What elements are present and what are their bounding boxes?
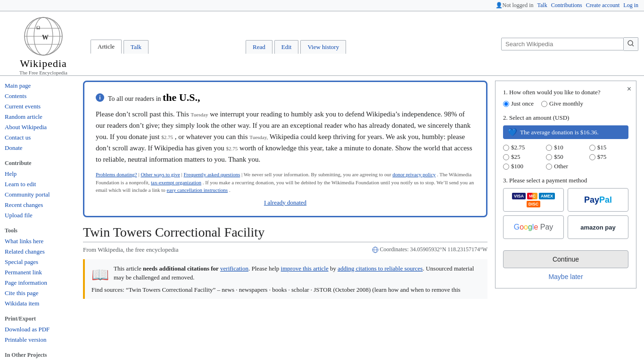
tab-view-history[interactable]: View history [300, 40, 346, 54]
amount-grid: $2.75$10$15$25$50$75$100Other [503, 144, 628, 170]
maybe-later-button[interactable]: Maybe later [503, 273, 628, 280]
globe-small-icon [372, 247, 379, 253]
amount-radio-6[interactable] [503, 164, 509, 170]
amount-radio-5[interactable] [589, 154, 595, 160]
sidebar-item-learn-edit[interactable]: Learn to edit [0, 179, 75, 189]
amount-radio-7[interactable] [546, 164, 552, 170]
log-in-link[interactable]: Log in [623, 2, 638, 9]
cancellation-link[interactable]: easy cancellation instructions [167, 187, 228, 193]
amount-label-2[interactable]: $15 [589, 144, 628, 151]
discover-badge: DISC [527, 201, 541, 207]
article-area: i To all our readers in the U.S., Please… [83, 81, 487, 304]
sidebar-item-related-changes[interactable]: Related changes [0, 247, 75, 257]
from-wikipedia: Coordinates: 34.05905932°N 118.23157174°… [83, 246, 487, 254]
amount-radio-0[interactable] [503, 145, 509, 151]
sidebar-print: Print/export Download as PDFPrintable ve… [0, 313, 75, 345]
intro-large: the U.S., [163, 91, 200, 103]
donation-banner-body: Please don’t scroll past this. This Tues… [96, 108, 475, 165]
sidebar-item-permanent-link[interactable]: Permanent link [0, 267, 75, 278]
adding-citations-link[interactable]: adding citations to reliable sources [338, 265, 423, 272]
amount-label-3[interactable]: $25 [503, 153, 542, 161]
sidebar-navigation: Main pageContentsCurrent eventsRandom ar… [0, 81, 75, 153]
header: Ω W Wikipedia The Free Encyclopedia Arti… [0, 11, 644, 76]
donation-step-2: 2. Select an amount (USD) 💙 The average … [503, 114, 628, 170]
sidebar-item-main-page[interactable]: Main page [0, 81, 75, 91]
logo[interactable]: Ω W Wikipedia The Free Encyclopedia [6, 15, 81, 75]
sidebar-item-wikidata[interactable]: Wikidata item [0, 298, 75, 309]
coordinates: Coordinates: 34.05905932°N 118.23157174°… [372, 246, 487, 253]
sidebar-item-community-portal[interactable]: Community portal [0, 189, 75, 200]
tab-read[interactable]: Read [246, 40, 272, 54]
sidebar-item-download-pdf[interactable]: Download as PDF [0, 324, 75, 335]
sidebar-other: In other projects Wikimedia Commons [0, 350, 75, 362]
other-title: In other projects [0, 350, 75, 361]
tab-article[interactable]: Article [91, 40, 122, 54]
amount-label-5[interactable]: $75 [589, 153, 628, 161]
svg-line-9 [632, 45, 634, 46]
amount-radio-2[interactable] [589, 145, 595, 151]
logo-subtitle: The Free Encyclopedia [19, 70, 67, 75]
sidebar-item-recent-changes[interactable]: Recent changes [0, 200, 75, 210]
sidebar-item-what-links[interactable]: What links here [0, 236, 75, 247]
average-donation: 💙 The average donation is $16.36. [503, 125, 628, 139]
amount-label-7[interactable]: Other [546, 163, 585, 170]
amount-radio-4[interactable] [546, 154, 552, 160]
sidebar-item-donate[interactable]: Donate [0, 143, 75, 153]
give-monthly-radio[interactable] [541, 101, 547, 107]
search-button[interactable] [624, 37, 638, 51]
amazon-pay-text: amazon pay [580, 224, 615, 231]
user-icon: 👤 [495, 2, 503, 9]
tab-talk[interactable]: Talk [124, 40, 149, 54]
verification-link[interactable]: verification [220, 265, 248, 272]
intro-prefix: To all our readers in [108, 95, 161, 102]
paypal-button[interactable]: PayPal [568, 188, 628, 212]
talk-link[interactable]: Talk [537, 2, 547, 9]
amount-label-0[interactable]: $2.75 [503, 144, 542, 151]
sidebar-item-random-article[interactable]: Random article [0, 112, 75, 122]
amex-badge: AMEX [539, 193, 555, 199]
logo-title: Wikipedia [20, 58, 67, 70]
sidebar-item-contents[interactable]: Contents [0, 91, 75, 101]
sidebar-tools: Tools What links hereRelated changesSpec… [0, 225, 75, 309]
amount-label-6[interactable]: $100 [503, 163, 542, 170]
donation-step-3: 3. Please select a payment method VISA M… [503, 177, 628, 239]
sidebar-item-page-info[interactable]: Page information [0, 278, 75, 288]
search-input[interactable] [501, 38, 624, 50]
sidebar-item-help[interactable]: Help [0, 169, 75, 179]
other-ways-link[interactable]: Other ways to give [140, 172, 180, 177]
gpay-button[interactable]: Google Pay [503, 215, 564, 239]
amazon-pay-button[interactable]: amazon pay [568, 215, 628, 239]
privacy-policy-link[interactable]: donor privacy policy [392, 172, 436, 177]
amount-label-4[interactable]: $50 [546, 153, 585, 161]
amount-radio-3[interactable] [503, 154, 509, 160]
sidebar-tools-items: What links hereRelated changesSpecial pa… [0, 236, 75, 309]
give-monthly-label[interactable]: Give monthly [541, 100, 583, 107]
sidebar-print-items: Download as PDFPrintable version [0, 324, 75, 345]
continue-button[interactable]: Continue [503, 250, 628, 268]
amount-radio-1[interactable] [546, 145, 552, 151]
sidebar-item-special-pages[interactable]: Special pages [0, 257, 75, 267]
top-bar: 👤 Not logged in Talk Contributions Creat… [0, 0, 644, 11]
sidebar-item-printable[interactable]: Printable version [0, 335, 75, 345]
tax-exempt-link[interactable]: tax-exempt organization [151, 180, 201, 185]
svg-point-8 [628, 41, 633, 45]
create-account-link[interactable]: Create account [586, 2, 620, 9]
sidebar-item-contact[interactable]: Contact us [0, 132, 75, 143]
problems-donating-link[interactable]: Problems donating? [96, 172, 137, 177]
credit-card-button[interactable]: VISA MC AMEX DISC [503, 188, 564, 212]
just-once-label[interactable]: Just once [503, 100, 534, 107]
improve-link[interactable]: improve this article [281, 265, 329, 272]
sidebar-item-current-events[interactable]: Current events [0, 101, 75, 112]
amount-label-1[interactable]: $10 [546, 144, 585, 151]
contributions-link[interactable]: Contributions [551, 2, 582, 9]
close-button[interactable]: × [627, 85, 631, 93]
just-once-radio[interactable] [503, 101, 509, 107]
sidebar-item-about[interactable]: About Wikipedia [0, 122, 75, 132]
sidebar-item-cite[interactable]: Cite this page [0, 288, 75, 298]
step2-title: 2. Select an amount (USD) [503, 114, 628, 122]
tab-edit[interactable]: Edit [274, 40, 299, 54]
sidebar-item-upload-file[interactable]: Upload file [0, 210, 75, 221]
wikipedia-globe-icon: Ω W [22, 15, 65, 58]
faq-link[interactable]: Frequently asked questions [184, 172, 240, 177]
already-donated-link[interactable]: I already donated [264, 199, 306, 206]
